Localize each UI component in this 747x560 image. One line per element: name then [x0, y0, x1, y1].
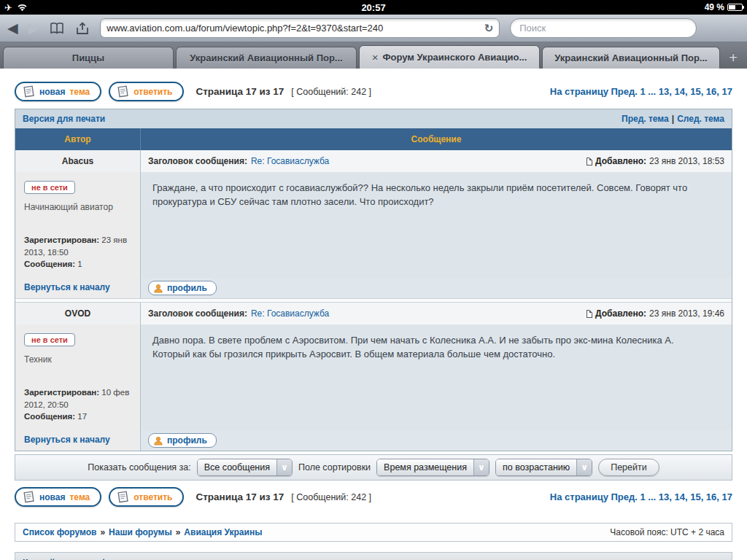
profile-icon — [153, 284, 163, 293]
tab-label: Украинский Авиационный Пор... — [554, 52, 707, 63]
profile-icon — [153, 436, 163, 446]
tab-ukr-aviation-portal-2[interactable]: Украинский Авиационный Пор... — [542, 47, 720, 69]
reply-icon — [117, 85, 129, 98]
added-time: 23 янв 2013, 19:46 — [649, 308, 724, 319]
new-topic-label-2: тема — [69, 87, 90, 97]
post-author: Abacus — [15, 150, 141, 172]
reply-button[interactable]: ответить — [109, 487, 184, 507]
new-topic-button[interactable]: новая тема — [15, 487, 101, 507]
breadcrumb-bar: Список форумов»Наши форумы»Авиация Украи… — [15, 523, 732, 542]
post-count: [ Сообщений: 242 ] — [291, 87, 371, 97]
new-topic-label-2: тема — [69, 492, 90, 502]
show-posts-select[interactable]: Все сообщения ∨ — [197, 459, 293, 476]
post-text: Давно пора. В свете проблем с Аэросвитом… — [152, 334, 707, 362]
next-topic-link[interactable]: След. тема — [677, 114, 724, 124]
table-header-row: Автор Сообщение — [15, 128, 732, 150]
chevron-down-icon: ∨ — [576, 459, 592, 475]
new-topic-icon — [23, 85, 35, 98]
browser-toolbar: ◀ ▶ www.aviation.com.ua/forum/viewtopic.… — [0, 15, 747, 42]
topic-link-separator: | — [672, 114, 674, 124]
user-rank: Начинающий авиатор — [24, 202, 134, 212]
tab-label: Украинский Авиационный Пор... — [190, 52, 342, 63]
back-icon[interactable]: ◀ — [7, 21, 18, 35]
url-text[interactable]: www.aviation.com.ua/forum/viewtopic.php?… — [107, 23, 484, 34]
show-posts-label: Показать сообщения за: — [88, 462, 190, 472]
show-posts-value: Все сообщения — [198, 459, 276, 475]
prev-topic-link[interactable]: Пред. тема — [622, 114, 669, 124]
back-to-top-link[interactable]: Вернуться к началу — [24, 435, 110, 445]
post-body-row: не в сети Начинающий авиатор Зарегистрир… — [15, 172, 732, 278]
offline-badge: не в сети — [24, 333, 75, 346]
back-to-top-link[interactable]: Вернуться к началу — [24, 282, 110, 292]
tab-forum-active[interactable]: × Форум Украинского Авиацио... — [359, 45, 540, 69]
messages-label: Сообщения: — [24, 260, 75, 268]
profile-label: профиль — [167, 283, 207, 293]
topic-table: Версия для печати Пред. тема|След. тема … — [15, 109, 732, 451]
print-version-link[interactable]: Версия для печати — [23, 114, 105, 124]
reply-button[interactable]: ответить — [109, 82, 184, 101]
address-bar[interactable]: www.aviation.com.ua/forum/viewtopic.php?… — [100, 18, 500, 38]
user-rank: Техник — [24, 354, 134, 365]
sort-order-value: по возрастанию — [496, 459, 576, 475]
sort-field-select[interactable]: Время размещения ∨ — [376, 459, 489, 476]
tab-bar: Пиццы Украинский Авиационный Пор... × Фо… — [0, 42, 747, 69]
pagination-links[interactable]: На страницу Пред. 1 ... 13, 14, 15, 16, … — [550, 491, 732, 502]
tab-ukr-aviation-portal-1[interactable]: Украинский Авиационный Пор... — [176, 47, 357, 69]
forum-page: новая тема ответить Страница 17 из 17 [ … — [0, 69, 747, 560]
new-topic-label-1: новая — [39, 492, 65, 502]
chevron-down-icon: ∨ — [473, 459, 489, 475]
sort-order-select[interactable]: по возрастанию ∨ — [495, 459, 592, 476]
profile-button[interactable]: профиль — [148, 433, 217, 448]
post-body-row: не в сети Техник Зарегистрирован: 10 фев… — [15, 324, 732, 430]
post-count: [ Сообщений: 242 ] — [291, 492, 371, 502]
bottom-controls: новая тема ответить Страница 17 из 17 [ … — [15, 487, 732, 507]
sort-field-label: Поле сортировки — [298, 462, 371, 472]
breadcrumb-forum-list[interactable]: Список форумов — [23, 527, 96, 537]
post-header-row: OVOD Заголовок сообщения: Re: Госавиаслу… — [15, 303, 732, 324]
post-footer-row: Вернуться к началу профиль — [15, 278, 732, 298]
breadcrumb-our-forums[interactable]: Наши форумы — [109, 527, 172, 537]
tab-label: Пиццы — [72, 52, 104, 63]
timezone-info: Часовой пояс: UTC + 2 часа — [610, 527, 724, 537]
added-label: Добавлено: — [595, 308, 646, 319]
go-button[interactable]: Перейти — [598, 459, 659, 476]
new-topic-button[interactable]: новая тема — [15, 82, 101, 101]
new-topic-label-1: новая — [39, 87, 65, 97]
status-time: 20:57 — [0, 2, 747, 13]
search-input[interactable]: Поиск — [510, 18, 697, 38]
profile-label: профиль — [167, 435, 207, 446]
breadcrumb-separator: » — [100, 527, 105, 537]
new-tab-icon[interactable]: + — [722, 47, 744, 69]
registered-label: Зарегистрирован: — [24, 236, 99, 244]
offline-badge: не в сети — [24, 181, 75, 194]
tab-pizzas[interactable]: Пиццы — [3, 47, 174, 69]
reply-icon — [117, 491, 129, 503]
forward-icon[interactable]: ▶ — [28, 21, 39, 35]
post-text: Граждане, а что происходит с госавиаслуж… — [152, 182, 707, 209]
pagination-links[interactable]: На страницу Пред. 1 ... 13, 14, 15, 16, … — [550, 86, 732, 97]
messages-value: 17 — [77, 412, 87, 421]
page-info: Страница 17 из 17 — [196, 491, 284, 502]
status-bar: ✈ 20:57 49 % — [0, 0, 747, 15]
message-column-header: Сообщение — [141, 128, 732, 150]
post-subject-link[interactable]: Re: Госавиаслужба — [251, 308, 329, 319]
search-placeholder: Поиск — [519, 23, 546, 34]
post-subject-link[interactable]: Re: Госавиаслужба — [251, 156, 329, 166]
post-author: OVOD — [15, 303, 141, 324]
sort-field-value: Время размещения — [377, 459, 473, 475]
breadcrumb-aviation-ukraine[interactable]: Авиация Украины — [184, 527, 262, 537]
subject-label: Заголовок сообщения: — [148, 308, 247, 319]
share-icon[interactable] — [75, 22, 90, 35]
author-column-header: Автор — [15, 128, 141, 150]
page-info: Страница 17 из 17 — [196, 86, 284, 97]
post-header-row: Abacus Заголовок сообщения: Re: Госавиас… — [15, 150, 732, 172]
refresh-icon[interactable]: ↻ — [484, 22, 494, 35]
tab-label: Форум Украинского Авиацио... — [382, 52, 527, 63]
added-label: Добавлено: — [595, 156, 646, 166]
filter-bar: Показать сообщения за: Все сообщения ∨ П… — [15, 454, 732, 481]
bookmarks-icon[interactable] — [49, 23, 65, 34]
breadcrumb: Список форумов»Наши форумы»Авиация Украи… — [23, 527, 262, 537]
close-tab-icon[interactable]: × — [372, 51, 379, 63]
profile-button[interactable]: профиль — [148, 281, 217, 295]
post-icon — [587, 310, 592, 318]
